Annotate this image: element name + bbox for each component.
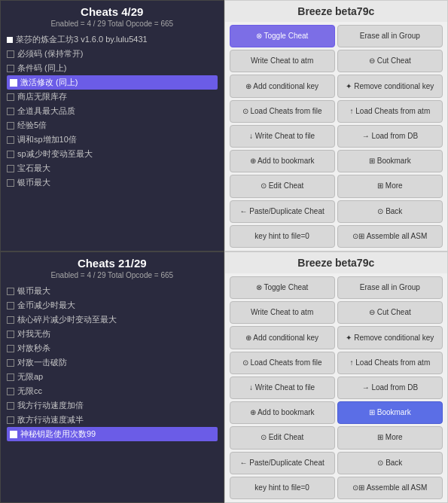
paste-duplicate-button[interactable]: ← Paste/Duplicate Cheat <box>230 200 335 223</box>
key-hint-2-button[interactable]: key hint to file=0 <box>230 477 335 499</box>
cheat-list-item[interactable]: 核心碎片减少时变动至最大 <box>7 312 218 327</box>
cheat-item-label: 银币最大 <box>17 285 50 297</box>
bottom-right-title: Breeze beta79c <box>225 252 448 273</box>
remove-conditional-key-button[interactable]: ✦ Remove conditional key <box>337 75 443 97</box>
checkbox-icon[interactable] <box>7 122 14 130</box>
checkbox-icon[interactable] <box>7 165 14 172</box>
load-cheats-file-button[interactable]: ⊙ Load Cheats from file <box>230 100 335 123</box>
cheat-list-item[interactable]: sp减少时变动至最大 <box>7 147 218 161</box>
cheat-list-item[interactable]: 必须码 (保持常开) <box>7 47 218 61</box>
erase-all-group-button[interactable]: Erase all in Group <box>337 25 443 47</box>
checkbox-icon[interactable] <box>7 65 14 72</box>
checkbox-icon[interactable] <box>7 179 14 187</box>
key-hint-button[interactable]: key hint to file=0 <box>230 225 335 248</box>
bottom-left-title: Cheats 21/29 <box>1 252 224 271</box>
checkbox-icon[interactable] <box>7 108 14 115</box>
cheat-list-item[interactable]: 神秘钥匙使用次数99 <box>7 427 218 441</box>
cheat-list-item[interactable]: 金币减少时最大 <box>7 298 218 312</box>
checkbox-icon[interactable] <box>7 93 14 101</box>
top-right-title: Breeze beta79c <box>225 1 448 22</box>
checkbox-icon[interactable] <box>7 345 14 352</box>
add-bookmark-2-button[interactable]: ⊕ Add to bookmark <box>230 401 335 424</box>
more-button[interactable]: ⊞ More <box>337 175 443 197</box>
cheat-list-item[interactable]: 我方行动速度加倍 <box>7 398 218 413</box>
checkbox-icon[interactable] <box>7 302 14 309</box>
cut-cheat-button[interactable]: ⊖ Cut Cheat <box>337 50 443 72</box>
assemble-asm-button[interactable]: ⊙⊞ Assemble all ASM <box>337 225 443 248</box>
write-cheat-file-button[interactable]: ↓ Write Cheat to file <box>230 125 335 148</box>
edit-cheat-button[interactable]: ⊙ Edit Cheat <box>230 175 335 197</box>
add-conditional-key-2-button[interactable]: ⊕ Add conditional key <box>230 326 335 349</box>
cheat-list-item[interactable]: 宝石最大 <box>7 161 218 175</box>
cheat-list-item[interactable]: 菜莎的炼金工坊3 v1.6.0 by.lulu5431 <box>7 32 218 47</box>
bookmark-button[interactable]: ⊞ Bookmark <box>337 150 443 172</box>
cheat-item-label: 商店无限库存 <box>17 91 67 102</box>
top-left-subtitle: Enabled = 4 / 29 Total Opcode = 665 <box>1 20 224 31</box>
cheat-list-item[interactable]: 对我无伤 <box>7 327 218 341</box>
bookmark-2-button[interactable]: ⊞ Bookmark <box>337 401 443 424</box>
cheat-list-item[interactable]: 商店无限库存 <box>7 90 218 104</box>
cheat-list-item[interactable]: 条件码 (同上) <box>7 61 218 75</box>
cheat-item-label: 对敌秒杀 <box>17 343 50 354</box>
cheat-list-item[interactable]: 经验5倍 <box>7 118 218 133</box>
checkbox-icon[interactable] <box>7 151 14 158</box>
assemble-asm-2-button[interactable]: ⊙⊞ Assemble all ASM <box>337 477 443 499</box>
write-cheat-atm-button[interactable]: Write Cheat to atm <box>230 50 335 72</box>
cheat-list-item[interactable]: 无限ap <box>7 370 218 384</box>
cheat-list-item[interactable]: 敌方行动速度减半 <box>7 413 218 427</box>
toggle-cheat-2-button[interactable]: ⊗ Toggle Cheat <box>230 276 335 299</box>
load-cheats-atm-2-button[interactable]: ↑ Load Cheats from atm <box>337 352 443 374</box>
load-from-db-button[interactable]: → Load from DB <box>337 125 443 148</box>
cheat-item-label: 神秘钥匙使用次数99 <box>20 428 96 440</box>
load-cheats-atm-button[interactable]: ↑ Load Cheats from atm <box>337 100 443 123</box>
cheat-list-item[interactable]: 银币最大 <box>7 175 218 190</box>
back-2-button[interactable]: ⊙ Back <box>337 452 443 474</box>
checkbox-icon[interactable] <box>7 136 14 144</box>
top-right-btn-grid: ⊗ Toggle CheatErase all in GroupWrite Ch… <box>225 22 448 251</box>
checkbox-icon[interactable] <box>7 416 14 424</box>
checkbox-icon[interactable] <box>7 388 14 395</box>
cut-cheat-2-button[interactable]: ⊖ Cut Cheat <box>337 301 443 324</box>
cheat-item-label: 激活修改 (同上) <box>20 77 78 88</box>
write-cheat-file-2-button[interactable]: ↓ Write Cheat to file <box>230 376 335 399</box>
checkbox-icon[interactable] <box>7 373 14 381</box>
checkbox-icon[interactable] <box>7 316 14 324</box>
cheat-list-item[interactable]: 无限cc <box>7 384 218 398</box>
cheat-item-label: 金币减少时最大 <box>17 300 75 311</box>
checkbox-icon[interactable] <box>7 50 14 58</box>
remove-conditional-key-2-button[interactable]: ✦ Remove conditional key <box>337 326 443 349</box>
cheat-list-item[interactable]: 激活修改 (同上) <box>7 75 218 90</box>
cheat-item-label: 对我无伤 <box>17 328 50 340</box>
checkbox-icon[interactable] <box>7 331 14 338</box>
cheat-item-label: 全道具最大品质 <box>17 105 75 117</box>
load-cheats-file-2-button[interactable]: ⊙ Load Cheats from file <box>230 352 335 374</box>
cheat-list-item[interactable]: 调和sp增加10倍 <box>7 133 218 147</box>
cheat-item-label: 核心碎片减少时变动至最大 <box>17 314 117 325</box>
erase-all-group-2-button[interactable]: Erase all in Group <box>337 276 443 299</box>
toggle-cheat-button[interactable]: ⊗ Toggle Cheat <box>230 25 335 47</box>
checkbox-icon[interactable] <box>7 402 14 410</box>
checkbox-icon[interactable] <box>7 359 14 367</box>
add-conditional-key-button[interactable]: ⊕ Add conditional key <box>230 75 335 97</box>
checkbox-icon[interactable] <box>10 79 17 87</box>
cheat-list-item[interactable]: 对敌秒杀 <box>7 341 218 355</box>
load-from-db-2-button[interactable]: → Load from DB <box>337 376 443 399</box>
cheat-list-item[interactable]: 全道具最大品质 <box>7 104 218 118</box>
cheat-item-label: 必须码 (保持常开) <box>17 48 83 59</box>
cheat-item-label: 经验5倍 <box>17 120 47 131</box>
back-button[interactable]: ⊙ Back <box>337 200 443 223</box>
cheat-item-label: 对敌一击破防 <box>17 357 67 368</box>
write-cheat-atm-2-button[interactable]: Write Cheat to atm <box>230 301 335 324</box>
cheat-list-item[interactable]: 银币最大 <box>7 284 218 298</box>
edit-cheat-2-button[interactable]: ⊙ Edit Cheat <box>230 426 335 449</box>
checkbox-icon[interactable] <box>10 431 17 438</box>
paste-duplicate-2-button[interactable]: ← Paste/Duplicate Cheat <box>230 452 335 474</box>
checkbox-icon[interactable] <box>7 288 14 295</box>
bottom-left-panel: Cheats 21/29 Enabled = 4 / 29 Total Opco… <box>0 252 224 503</box>
top-left-cheat-list[interactable]: 菜莎的炼金工坊3 v1.6.0 by.lulu5431必须码 (保持常开)条件码… <box>1 31 224 251</box>
more-2-button[interactable]: ⊞ More <box>337 426 443 449</box>
bottom-left-cheat-list[interactable]: 银币最大金币减少时最大核心碎片减少时变动至最大对我无伤对敌秒杀对敌一击破防无限a… <box>1 282 224 502</box>
cheat-item-label: 条件码 (同上) <box>17 62 66 74</box>
cheat-list-item[interactable]: 对敌一击破防 <box>7 355 218 370</box>
add-bookmark-button[interactable]: ⊕ Add to bookmark <box>230 150 335 172</box>
